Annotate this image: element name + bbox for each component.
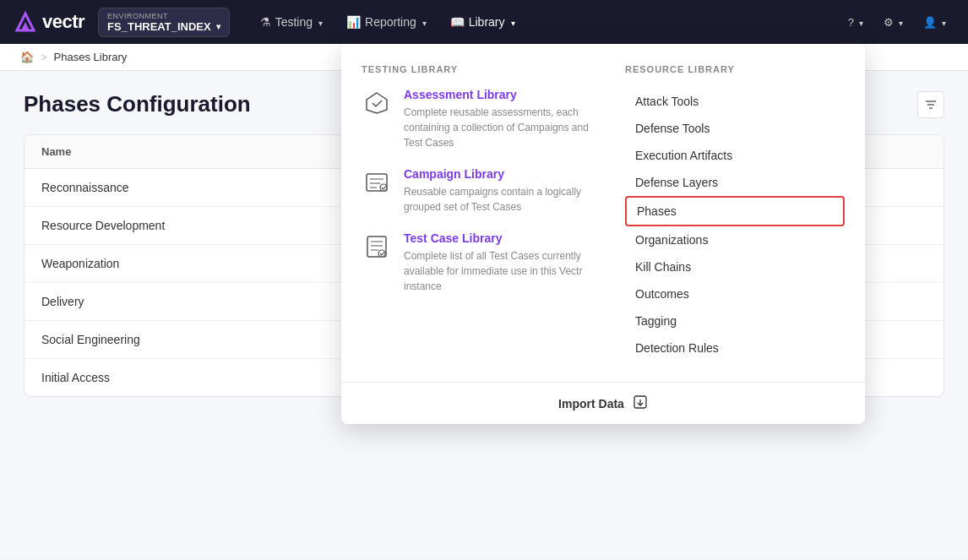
flask-icon: ⚗ — [260, 15, 271, 29]
resource-item-attack-tools[interactable]: Attack Tools — [625, 88, 845, 115]
gear-icon: ⚙ — [884, 16, 894, 29]
navbar: vectr ENVIRONMENT FS_THREAT_INDEX ▾ ⚗ Te… — [0, 0, 968, 44]
campaign-library-item[interactable]: Campaign Library Reusable campaigns cont… — [362, 167, 598, 215]
resource-item-defense-layers[interactable]: Defense Layers — [625, 169, 845, 196]
breadcrumb-separator: > — [41, 51, 47, 63]
chevron-down-icon — [421, 15, 427, 29]
resource-item-defense-tools[interactable]: Defense Tools — [625, 115, 845, 142]
user-button[interactable]: 👤 — [915, 11, 954, 34]
environment-name: FS_THREAT_INDEX ▾ — [107, 20, 220, 33]
nav-item-library[interactable]: 📖 Library — [440, 10, 525, 34]
assessment-library-content: Assessment Library Complete reusable ass… — [404, 88, 598, 150]
assessment-library-title: Assessment Library — [404, 88, 598, 101]
environment-label: ENVIRONMENT — [107, 12, 220, 20]
testing-library-column: TESTING LIBRARY Assessment Library Compl… — [362, 64, 598, 362]
testcase-icon — [362, 231, 392, 262]
campaign-library-content: Campaign Library Reusable campaigns cont… — [404, 167, 598, 215]
chevron-down-icon — [940, 16, 946, 29]
testcase-library-desc: Complete list of all Test Cases currentl… — [404, 248, 598, 294]
assessment-icon — [362, 88, 392, 118]
environment-selector[interactable]: ENVIRONMENT FS_THREAT_INDEX ▾ — [98, 8, 230, 37]
filter-button[interactable] — [917, 91, 944, 118]
book-icon: 📖 — [450, 15, 465, 29]
library-dropdown: TESTING LIBRARY Assessment Library Compl… — [341, 44, 865, 424]
resource-item-phases[interactable]: Phases — [625, 196, 845, 226]
logo-text: vectr — [42, 11, 84, 33]
testing-library-header: TESTING LIBRARY — [362, 64, 598, 74]
dropdown-body: TESTING LIBRARY Assessment Library Compl… — [341, 44, 865, 382]
testcase-library-content: Test Case Library Complete list of all T… — [404, 231, 598, 294]
chevron-down-icon — [317, 15, 323, 29]
breadcrumb-current: Phases Library — [54, 51, 128, 63]
nav-right: ? ⚙ 👤 — [840, 11, 954, 34]
chevron-down-icon — [857, 16, 863, 29]
resource-item-outcomes[interactable]: Outcomes — [625, 280, 845, 307]
nav-item-reporting[interactable]: 📊 Reporting — [336, 10, 437, 34]
resource-library-header: RESOURCE LIBRARY — [625, 64, 845, 74]
resource-item-organizations[interactable]: Organizations — [625, 226, 845, 253]
chart-icon: 📊 — [346, 15, 361, 29]
svg-marker-5 — [367, 93, 387, 113]
user-icon: 👤 — [923, 16, 937, 29]
campaign-library-desc: Reusable campaigns contain a logically g… — [404, 184, 598, 215]
testcase-library-title: Test Case Library — [404, 231, 598, 245]
logo[interactable]: vectr — [14, 10, 84, 34]
import-data-button[interactable]: Import Data — [341, 382, 865, 424]
nav-item-testing[interactable]: ⚗ Testing — [250, 10, 333, 34]
svg-marker-1 — [21, 22, 30, 30]
home-link[interactable]: 🏠 — [20, 51, 34, 63]
help-icon: ? — [848, 16, 854, 29]
resource-item-tagging[interactable]: Tagging — [625, 307, 845, 334]
nav-items: ⚗ Testing 📊 Reporting 📖 Library — [250, 10, 833, 34]
resource-item-detection-rules[interactable]: Detection Rules — [625, 334, 845, 362]
assessment-library-desc: Complete reusable assessments, each cont… — [404, 105, 598, 150]
resource-item-kill-chains[interactable]: Kill Chains — [625, 253, 845, 280]
campaign-icon — [362, 167, 392, 198]
assessment-library-item[interactable]: Assessment Library Complete reusable ass… — [362, 88, 598, 150]
help-button[interactable]: ? — [840, 11, 872, 34]
resource-library-column: RESOURCE LIBRARY Attack Tools Defense To… — [625, 64, 845, 362]
chevron-down-icon — [897, 16, 903, 29]
chevron-down-icon — [509, 15, 515, 29]
logo-icon — [14, 10, 37, 34]
settings-button[interactable]: ⚙ — [875, 11, 911, 34]
resource-item-execution-artifacts[interactable]: Execution Artifacts — [625, 142, 845, 169]
import-label: Import Data — [558, 397, 624, 410]
import-icon — [633, 394, 648, 412]
campaign-library-title: Campaign Library — [404, 167, 598, 181]
filter-icon — [924, 98, 938, 111]
testcase-library-item[interactable]: Test Case Library Complete list of all T… — [362, 231, 598, 294]
